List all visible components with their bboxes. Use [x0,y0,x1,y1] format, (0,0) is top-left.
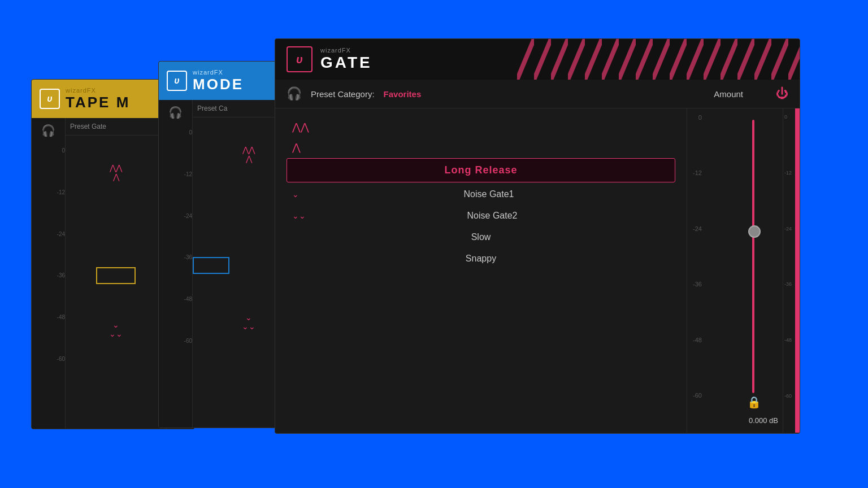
gate-headphone-icon: 🎧 [287,86,302,101]
gate-amount-section: 0 -12 -24 -36 -48 -60 🔒 0.000 dB [687,108,783,433]
svg-rect-1 [517,39,800,80]
gate-preset-list: ⋀⋀ ⋀ Long Release ⌄ Noise Gate1 ⌄⌄ Noise… [275,108,687,433]
modeler-nav-up[interactable]: ⋀⋀ ⋀ [242,145,255,163]
modeler-title: MODE [193,76,244,93]
gate-lock-icon[interactable]: 🔒 [747,395,761,409]
tape-title: TAPE M [66,94,130,111]
gate-title: GATE [320,54,372,72]
tape-main-section: Preset Gate ⋀⋀ ⋀ ⌄ ⌄⌄ [66,118,166,429]
tape-left-section: 🎧 0 -12 -24 -36 -48 -60 [32,118,66,429]
modeler-nav-down[interactable]: ⌄ ⌄⌄ [242,313,255,331]
gate-nav-up-double[interactable]: ⋀⋀ [275,117,687,137]
modeler-logo-icon: υ [167,71,187,91]
tape-nav-up[interactable]: ⋀⋀ ⋀ [110,163,122,181]
gate-brand: wizardFX [320,47,372,54]
gate-preset-noise-gate2-name: Noise Gate2 [315,211,670,221]
modeler-headphone-icon: 🎧 [168,106,183,119]
gate-main-content: ⋀⋀ ⋀ Long Release ⌄ Noise Gate1 ⌄⌄ Noise… [275,108,800,433]
tape-plugin-name: wizardFX TAPE M [66,87,130,111]
tape-left-scale: 0 -12 -24 -36 -48 -60 [32,142,65,368]
gate-plugin-name: wizardFX GATE [320,47,372,72]
gate-amount-label: Amount [714,89,743,99]
gate-plugin-header: υ wizardFX GATE [275,39,800,80]
gate-preset-bar: 🎧 Preset Category: Favorites Amount ⏻ [275,80,800,108]
gate-db-value: 0.000 dB [749,416,778,425]
gate-preset-snappy-name: Snappy [292,254,670,264]
gate-meter-bar [795,108,800,433]
modeler-fader-handle[interactable] [193,257,229,274]
gate-nav-down-single-icon: ⌄ [292,190,299,199]
gate-preset-long-release[interactable]: Long Release [287,158,675,182]
tape-nav-down[interactable]: ⌄ ⌄⌄ [109,320,123,338]
gate-meter-scale: 0 -12 -24 -36 -48 -60 [784,114,792,399]
gate-preset-category-value: Favorites [384,89,422,99]
gate-preset-slow-name: Slow [292,232,670,242]
gate-preset-category-label: Preset Category: [311,89,375,99]
gate-power-button[interactable]: ⏻ [776,86,788,101]
gate-preset-snappy[interactable]: Snappy [275,249,687,268]
gate-fader-handle[interactable] [748,225,761,238]
gate-fader-scale: 0 -12 -24 -36 -48 -60 [693,114,702,399]
gate-header-decoration [517,39,800,80]
gate-right-meter: 0 -12 -24 -36 -48 -60 [783,108,800,433]
gate-logo-icon: υ [287,46,313,72]
gate-fader-track [752,120,754,393]
gate-preset-slow[interactable]: Slow [275,228,687,247]
tape-logo-icon: υ [40,89,60,109]
tape-preset-label: Preset Gate [66,118,166,136]
modeler-left-scale: 0 -12 -24 -36 -48 -60 [159,124,192,350]
tape-brand: wizardFX [66,87,130,94]
gate-nav-up-single[interactable]: ⋀ [275,139,687,156]
gate-preset-noise-gate1-name: Noise Gate1 [308,189,670,199]
gate-preset-long-release-name: Long Release [298,164,663,176]
modeler-left-section: 🎧 0 -12 -24 -36 -48 -60 [159,100,193,428]
tape-fader-handle[interactable] [96,267,136,284]
tape-headphone-icon: 🎧 [41,124,55,137]
modeler-brand: wizardFX [193,69,244,76]
gate-preset-noise-gate1[interactable]: ⌄ Noise Gate1 [275,185,687,204]
gate-nav-down-double-icon: ⌄⌄ [292,211,306,220]
gate-plugin: υ wizardFX GATE 🎧 Preset Category: Favor… [275,38,800,434]
modeler-plugin-name: wizardFX MODE [193,69,244,93]
gate-preset-noise-gate2[interactable]: ⌄⌄ Noise Gate2 [275,206,687,225]
